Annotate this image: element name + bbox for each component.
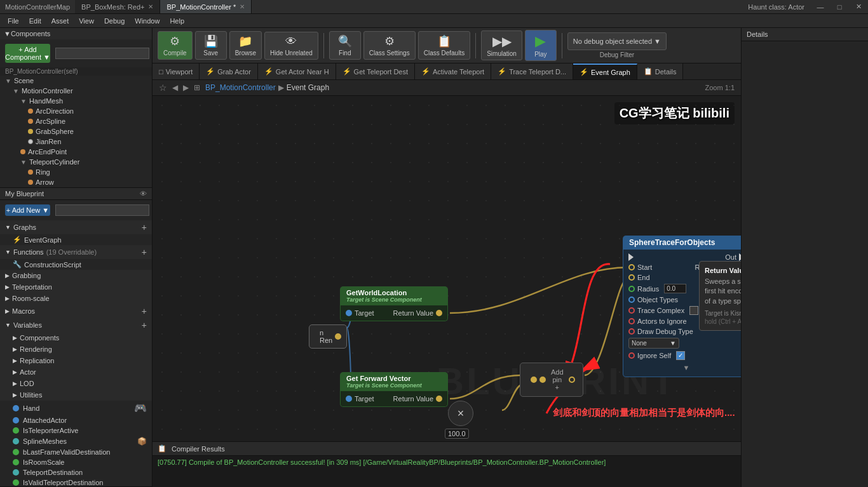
tab-details[interactable]: 📋 Details [637,63,684,79]
graph-canvas[interactable]: BLUEPRINT [153,96,741,441]
construction-script-item[interactable]: 🔧 ConstructionScript [0,259,152,270]
maximize-btn[interactable]: □ [830,0,849,14]
st-exec-out-pin[interactable] [739,253,741,261]
functions-section[interactable]: ▼ Functions (19 Overridable) + [0,245,152,259]
var-teleportdest[interactable]: TeleportDestination [0,467,152,477]
actor-section[interactable]: ▶ Actor [0,366,152,378]
get-world-location-node[interactable]: GetWorldLocation Target is Scene Compone… [340,286,448,321]
st-dd-pin[interactable] [628,328,635,335]
add-pin-node[interactable]: Add pin + [520,363,583,397]
st-tc-pin[interactable] [628,307,635,314]
menu-window[interactable]: Window [130,14,165,27]
st-start-pin[interactable] [628,264,635,270]
st-actors-pin[interactable] [628,318,635,324]
components-header[interactable]: ▼ Components [0,28,152,39]
st-objtype-pin[interactable] [628,297,635,303]
tree-arcendpoint[interactable]: ArcEndPoint [0,147,152,157]
tree-scene[interactable]: ▼ Scene [0,76,152,86]
tab-trace-teleport[interactable]: ⚡ Trace Teleport D... [491,63,573,79]
find-button[interactable]: 🔍 Find [329,31,361,60]
tab-event-graph[interactable]: ⚡ Event Graph [573,63,637,79]
addpin-out[interactable] [569,377,575,383]
menu-help[interactable]: Help [165,14,189,27]
class-settings-button[interactable]: ⚙ Class Settings [363,31,416,60]
tab-motioncontroller[interactable]: BP_MotionController * ✕ [160,0,252,13]
window-close-btn[interactable]: ✕ [849,0,868,14]
tree-arcdirection[interactable]: ArcDirection [0,106,152,116]
tree-motioncontroller[interactable]: ▼ MotionController [0,86,152,96]
macros-section[interactable]: ▶ Macros + [0,304,152,318]
compiler-tab-label[interactable]: Compiler Results [172,445,225,453]
gwl-target-pin[interactable] [346,310,352,316]
macros-add-icon[interactable]: + [142,306,147,316]
gfv-target-pin[interactable] [346,396,352,402]
tab-get-teleport-dest[interactable]: ⚡ Get Teleport Dest [336,63,415,79]
tab-grab-actor[interactable]: ⚡ Grab Actor [200,63,258,79]
play-button[interactable]: ▶ Play [525,30,557,61]
tree-arrow[interactable]: Arrow [0,177,152,187]
gfv-return-pin[interactable] [436,396,442,402]
variables-section[interactable]: ▼ Variables + [0,318,152,332]
utilities-section[interactable]: ▶ Utilities [0,389,152,401]
eventgraph-item[interactable]: ⚡ EventGraph [0,234,152,245]
menu-edit[interactable]: Edit [24,14,46,27]
var-splinemeshes[interactable]: SplineMeshes 📦 [0,436,152,447]
menu-file[interactable]: File [3,14,24,27]
multiply-node[interactable]: × 100.0 [448,401,473,426]
components-search[interactable] [55,48,149,59]
tree-handmesh[interactable]: ▼ HandMesh [0,96,152,106]
gwl-return-pin[interactable] [436,310,442,316]
var-isteleporteractive[interactable]: IsTeleporterActive [0,425,152,436]
compile-button[interactable]: ⚙ Compile [158,31,193,60]
breadcrumb-bp[interactable]: BP_MotionController [205,83,276,92]
bookmark-icon[interactable]: ☆ [159,83,167,93]
save-button[interactable]: 💾 Save [195,31,227,60]
minimize-btn[interactable]: — [811,0,830,14]
debug-object-select[interactable]: No debug object selected ▼ [567,32,667,50]
nav-fwd-btn[interactable]: ▶ [183,83,189,92]
tab-activate-teleport[interactable]: ⚡ Activate Teleport [415,63,491,79]
menu-view[interactable]: View [74,14,99,27]
graphs-add-icon[interactable]: + [142,222,147,232]
st-is-pin[interactable] [628,352,635,359]
tab-viewport[interactable]: □ Viewport [153,63,200,79]
jr-out-pin[interactable] [335,333,341,340]
var-isroomscale[interactable]: IsRoomScale [0,457,152,467]
tab-close-icon[interactable]: ✕ [148,3,153,10]
mybp-search[interactable] [55,204,149,216]
var-isvalidtele[interactable]: IsValidTeleportDestination [0,477,152,487]
st-expand-btn[interactable]: ▼ [623,361,741,374]
add-new-button[interactable]: + Add New ▼ [5,204,50,216]
hide-unrelated-button[interactable]: 👁 Hide Unrelated [264,32,318,60]
addpin-label[interactable]: Add pin + [551,368,564,391]
menu-asset[interactable]: Asset [46,14,74,27]
st-radius-input[interactable] [664,284,686,293]
st-end-pin[interactable] [628,274,635,281]
var-attachedactor[interactable]: AttachedActor [0,415,152,425]
graphs-section[interactable]: ▼ Graphs + [0,220,152,234]
tree-grabsphere[interactable]: GrabSphere [0,126,152,137]
add-component-button[interactable]: + Add Component ▼ [5,44,50,63]
replication-section[interactable]: ▶ Replication [0,355,152,366]
grabbing-section[interactable]: ▶ Grabbing [0,270,152,281]
tab-get-actor-near[interactable]: ⚡ Get Actor Near H [258,63,336,79]
nav-back-btn[interactable]: ◀ [172,83,178,92]
class-defaults-button[interactable]: 📋 Class Defaults [418,31,470,60]
tree-arcspline[interactable]: ArcSpline [0,116,152,126]
var-blastframe[interactable]: bLastFrameValidDestination [0,447,152,457]
tree-ring[interactable]: Ring [0,167,152,177]
teleportation-section[interactable]: ▶ Teleportation [0,281,152,293]
tree-teleportcylinder[interactable]: ▼ TeleportCylinder [0,157,152,167]
st-exec-in-pin[interactable] [628,253,634,261]
addpin-in1[interactable] [531,377,537,383]
addpin-in2[interactable] [539,377,546,383]
get-forward-vector-node[interactable]: Get Forward Vector Target is Scene Compo… [340,372,448,407]
tab-close-icon2[interactable]: ✕ [240,3,245,10]
lod-section[interactable]: ▶ LOD [0,378,152,389]
tree-jianren[interactable]: JianRen [0,137,152,147]
var-hand[interactable]: Hand 🎮 [0,401,152,415]
components-var-section[interactable]: ▶ Components [0,332,152,344]
room-scale-section[interactable]: ▶ Room-scale [0,293,152,304]
rendering-section[interactable]: ▶ Rendering [0,344,152,355]
tab-boxmesh[interactable]: BP_BoxMesh: Red+ ✕ [75,0,160,13]
